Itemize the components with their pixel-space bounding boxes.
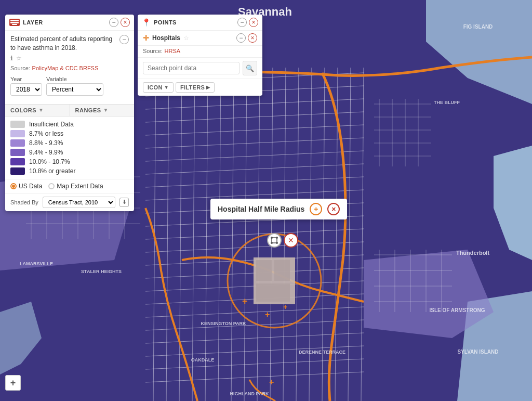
icon-label: ICON <box>148 84 163 90</box>
layer-description-collapse[interactable]: − <box>119 35 129 44</box>
ranges-chevron[interactable]: ▼ <box>103 107 109 113</box>
hospital-row: ✛ Hospitals ☆ <box>143 34 189 42</box>
svg-rect-94 <box>12 24 17 25</box>
map-extent-radio[interactable] <box>48 183 55 189</box>
tooltip-close-button[interactable]: × <box>327 203 340 215</box>
hospital-close-button[interactable]: × <box>248 33 257 43</box>
variable-label: Variable <box>46 76 103 82</box>
colors-title: COLORS <box>10 107 36 113</box>
svg-text:ISLE OF ARMSTRONG: ISLE OF ARMSTRONG <box>430 307 485 313</box>
layer-panel-title: LAYER <box>23 19 43 25</box>
layer-icon <box>9 19 20 26</box>
filters-label: FILTERS <box>180 84 205 90</box>
svg-text:LAMARSVILLE: LAMARSVILLE <box>20 261 53 266</box>
data-scope-row: US Data Map Extent Data <box>5 179 134 193</box>
svg-point-96 <box>271 237 273 239</box>
star-icon[interactable]: ☆ <box>16 55 22 62</box>
hospital-star-icon[interactable]: ☆ <box>183 34 189 42</box>
download-button[interactable]: ⬇ <box>119 198 129 207</box>
svg-point-99 <box>276 242 278 244</box>
svg-text:+: + <box>283 303 287 311</box>
legend-label: 8.7% or less <box>29 130 63 137</box>
zoom-in-button[interactable]: + <box>5 375 21 391</box>
search-input[interactable] <box>143 62 240 74</box>
legend-label: 10.8% or greater <box>29 167 75 175</box>
us-data-radio[interactable] <box>10 183 17 189</box>
us-data-option[interactable]: US Data <box>10 183 42 190</box>
svg-text:Thunderbolt: Thunderbolt <box>456 250 489 256</box>
hospital-tooltip: Hospital Half Mile Radius + × <box>210 199 347 219</box>
svg-text:SYLVAN ISLAND: SYLVAN ISLAND <box>457 349 498 355</box>
layer-minimize-button[interactable]: − <box>109 18 118 27</box>
map-extent-option[interactable]: Map Extent Data <box>48 183 103 190</box>
tooltip-text: Hospital Half Mile Radius <box>218 205 304 213</box>
points-minimize-button[interactable]: − <box>237 18 247 27</box>
layer-panel-body: Estimated percent of adults reporting to… <box>5 31 134 104</box>
search-button[interactable]: 🔍 <box>243 61 257 75</box>
points-panel-header: 📍 POINTS − × <box>138 15 262 31</box>
map-extent-label: Map Extent Data <box>57 183 103 190</box>
layer-panel-controls: − × <box>109 18 130 27</box>
filters-button[interactable]: FILTERS ▶ <box>176 82 215 93</box>
hospital-plus-icon: ✛ <box>143 34 149 42</box>
points-close-button[interactable]: × <box>249 18 258 27</box>
layer-panel: LAYER − × Estimated percent of adults re… <box>5 15 134 211</box>
icon-button[interactable]: ICON ▼ <box>143 82 174 93</box>
legend-swatch <box>10 167 25 175</box>
icon-chevron: ▼ <box>164 85 169 90</box>
zoom-controls: + <box>5 375 21 391</box>
info-icon[interactable]: ℹ <box>10 55 13 62</box>
points-footer: ICON ▼ FILTERS ▶ <box>138 79 262 96</box>
year-field-group: Year 2018 <box>10 76 42 96</box>
shaded-by-row: Shaded By Census Tract, 2010 ⬇ <box>5 193 134 211</box>
svg-text:THE BLUFF: THE BLUFF <box>434 100 460 105</box>
legend-swatch <box>10 130 25 137</box>
layer-description: Estimated percent of adults reporting to… <box>10 35 116 53</box>
radius-resize-button[interactable] <box>267 233 282 248</box>
map-container[interactable]: + + + + <box>0 0 532 401</box>
search-row: 🔍 <box>138 58 262 79</box>
colors-ranges-row: COLORS ▼ RANGES ▼ <box>5 104 134 117</box>
svg-point-97 <box>276 237 278 239</box>
colors-chevron[interactable]: ▼ <box>38 107 44 113</box>
svg-text:KENSINGTON PARK: KENSINGTON PARK <box>201 321 246 326</box>
svg-rect-92 <box>10 20 19 21</box>
radius-close-button[interactable]: ✕ <box>284 233 298 248</box>
hospital-name: Hospitals <box>152 34 180 42</box>
layer-source-link[interactable]: PolicyMap & CDC BRFSS <box>32 65 99 71</box>
points-header-left: 📍 POINTS <box>142 18 177 27</box>
layer-meta-row: ℹ ☆ <box>10 55 129 62</box>
tooltip-add-button[interactable]: + <box>310 203 322 215</box>
svg-text:FIG ISLAND: FIG ISLAND <box>463 24 493 30</box>
variable-field-group: Variable Percent <box>46 76 103 96</box>
points-source-label: Source: <box>143 48 163 54</box>
ranges-title: RANGES <box>75 107 101 113</box>
svg-text:HIGHLAND PARK: HIGHLAND PARK <box>230 391 269 396</box>
legend-item: 8.8% - 9.3% <box>10 138 129 148</box>
legend-swatch <box>10 139 25 147</box>
svg-text:+: + <box>242 296 248 306</box>
svg-text:OAKDALE: OAKDALE <box>191 357 215 363</box>
legend-item: 8.7% or less <box>10 129 129 138</box>
legend-item: 9.4% - 9.9% <box>10 148 129 157</box>
points-subheader: ✛ Hospitals ☆ − × <box>138 31 262 46</box>
ranges-section-header: RANGES ▼ <box>70 104 135 117</box>
variable-select[interactable]: Percent <box>46 83 103 96</box>
hospital-minimize-button[interactable]: − <box>236 33 246 43</box>
year-select[interactable]: 2018 <box>10 83 42 96</box>
points-source-link[interactable]: HRSA <box>165 48 181 54</box>
hospital-controls: − × <box>236 33 257 43</box>
legend-item: Insufficient Data <box>10 120 129 129</box>
year-label: Year <box>10 76 42 82</box>
colors-section-header: COLORS ▼ <box>5 104 70 117</box>
legend-label: Insufficient Data <box>29 121 74 128</box>
radius-controls: ✕ <box>267 233 298 248</box>
shaded-by-select[interactable]: Census Tract, 2010 <box>43 197 115 208</box>
svg-text:+: + <box>265 310 270 319</box>
legend-swatch <box>10 121 25 128</box>
legend-label: 9.4% - 9.9% <box>29 149 63 156</box>
svg-text:+: + <box>269 378 274 386</box>
layer-close-button[interactable]: × <box>121 18 130 27</box>
svg-rect-95 <box>272 238 277 243</box>
us-data-label: US Data <box>19 183 42 190</box>
